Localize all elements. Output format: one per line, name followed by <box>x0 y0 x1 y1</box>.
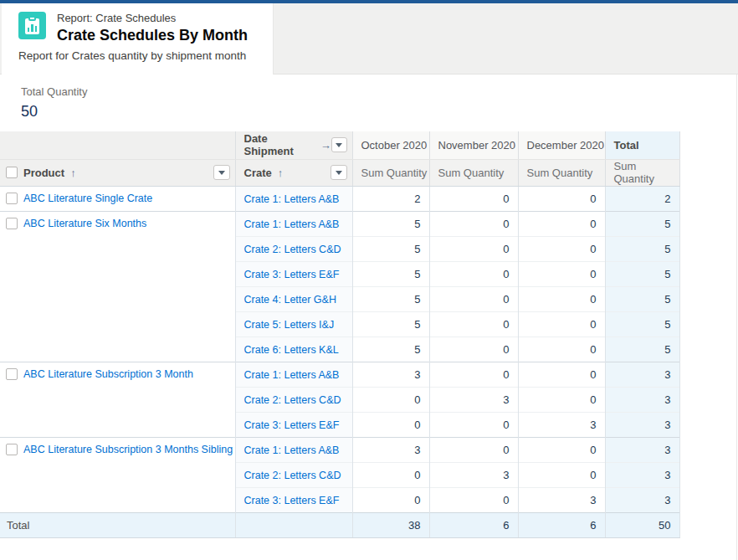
quantity-cell: 0 <box>429 236 518 261</box>
crate-link[interactable]: Crate 2: Letters C&D <box>244 244 341 255</box>
quantity-cell: 0 <box>352 487 429 512</box>
row-total-cell: 3 <box>605 362 679 387</box>
total-column-header: Total <box>605 131 679 159</box>
report-table: Date Shipment → October 2020 November 20… <box>0 131 680 538</box>
quantity-cell: 3 <box>352 362 429 387</box>
table-row: ABC Literature Subscription 3 MonthCrate… <box>0 362 679 387</box>
crate-cell: Crate 1: Letters A&B <box>235 186 352 211</box>
row-total-cell: 5 <box>605 211 679 236</box>
crate-cell: Crate 3: Letters E&F <box>235 487 352 512</box>
quantity-cell: 0 <box>518 286 605 311</box>
quantity-cell: 3 <box>429 462 518 487</box>
row-checkbox[interactable] <box>6 193 18 204</box>
aggregate-header: Sum Quantity <box>352 159 429 186</box>
quantity-cell: 0 <box>429 412 518 437</box>
quantity-cell: 0 <box>518 387 605 412</box>
crate-link[interactable]: Crate 1: Letters A&B <box>244 218 340 230</box>
chevron-down-icon <box>218 171 225 175</box>
quantity-cell: 0 <box>429 487 518 512</box>
crate-cell: Crate 6: Letters K&L <box>235 337 352 362</box>
product-link[interactable]: ABC Literature Subscription 3 Month <box>23 368 193 380</box>
crate-link[interactable]: Crate 3: Letters E&F <box>244 495 340 506</box>
crate-link[interactable]: Crate 1: Letters A&B <box>244 444 340 456</box>
aggregate-header: Sum Quantity <box>518 159 605 186</box>
product-link[interactable]: ABC Literature Single Crate <box>23 193 152 204</box>
quantity-cell: 0 <box>352 412 429 437</box>
row-total-cell: 3 <box>605 437 679 462</box>
crate-link[interactable]: Crate 5: Letters I&J <box>244 319 335 331</box>
crate-cell: Crate 3: Letters E&F <box>235 261 352 286</box>
crate-link[interactable]: Crate 2: Letters C&D <box>244 394 341 406</box>
crate-link[interactable]: Crate 2: Letters C&D <box>244 470 341 481</box>
quantity-cell: 0 <box>518 236 605 261</box>
row-total-cell: 3 <box>605 412 679 437</box>
report-icon-clip <box>28 16 36 21</box>
crate-link[interactable]: Crate 3: Letters E&F <box>244 269 340 280</box>
quantity-cell: 0 <box>518 311 605 337</box>
summary-band: Total Quantity 50 <box>0 74 738 131</box>
crate-link[interactable]: Crate 3: Letters E&F <box>244 419 340 431</box>
quantity-cell: 0 <box>518 462 605 487</box>
product-row-header: ABC Literature Six Months <box>0 212 235 236</box>
grand-total-spacer <box>235 512 352 537</box>
corner-cell <box>0 131 235 159</box>
month-column-header: October 2020 <box>352 131 429 159</box>
crate-link[interactable]: Crate 4: Letter G&H <box>244 294 336 306</box>
quantity-cell: 0 <box>518 261 605 286</box>
chevron-down-icon <box>336 171 342 175</box>
product-link[interactable]: ABC Literature Subscription 3 Months Sib… <box>23 444 233 455</box>
report-icon <box>18 12 46 39</box>
crate-cell: Crate 5: Letters I&J <box>235 311 352 337</box>
product-row-header: ABC Literature Subscription 3 Months Sib… <box>0 438 235 462</box>
crate-cell: Crate 1: Letters A&B <box>235 437 352 462</box>
crate-link[interactable]: Crate 1: Letters A&B <box>244 193 340 205</box>
row-total-cell: 3 <box>605 462 679 487</box>
row-total-cell: 3 <box>605 387 679 412</box>
select-all-checkbox[interactable] <box>6 167 18 178</box>
crate-menu-button[interactable] <box>331 165 347 180</box>
crate-header: Crate ↑ <box>235 159 352 186</box>
quantity-cell: 5 <box>352 337 429 362</box>
quantity-cell: 0 <box>429 261 518 286</box>
crate-link[interactable]: Crate 6: Letters K&L <box>244 344 339 356</box>
month-column-header: December 2020 <box>518 131 605 159</box>
date-shipment-menu-button[interactable] <box>331 137 347 152</box>
product-row-header: ABC Literature Single Crate <box>0 187 235 211</box>
product-header: Product ↑ <box>0 159 235 186</box>
sort-asc-icon: ↑ <box>278 167 284 179</box>
crate-link[interactable]: Crate 1: Letters A&B <box>244 369 340 381</box>
sort-asc-icon: ↑ <box>70 167 76 179</box>
page-title: Crate Schedules By Month <box>57 26 248 44</box>
crate-cell: Crate 2: Letters C&D <box>235 236 352 261</box>
quantity-cell: 0 <box>429 211 518 236</box>
quantity-cell: 0 <box>429 337 518 362</box>
month-column-header: November 2020 <box>429 131 518 159</box>
quantity-cell: 3 <box>352 437 429 462</box>
quantity-cell: 5 <box>352 236 429 261</box>
grand-total-cell: 38 <box>352 512 429 537</box>
product-group-cell: ABC Literature Six Months <box>0 211 235 362</box>
quantity-cell: 0 <box>518 437 605 462</box>
report-header-card: Report: Crate Schedules Crate Schedules … <box>2 3 274 74</box>
report-kicker: Report: Crate Schedules <box>57 12 248 25</box>
product-label: Product <box>23 167 64 179</box>
row-checkbox[interactable] <box>6 444 18 455</box>
quantity-cell: 2 <box>352 186 429 211</box>
quantity-cell: 0 <box>429 186 518 211</box>
report-header-band: Report: Crate Schedules Crate Schedules … <box>0 3 738 74</box>
row-checkbox[interactable] <box>6 218 18 229</box>
column-group-header-row: Date Shipment → October 2020 November 20… <box>0 131 679 159</box>
grand-total-cell: 6 <box>518 512 605 537</box>
crate-cell: Crate 2: Letters C&D <box>235 462 352 487</box>
quantity-cell: 5 <box>352 211 429 236</box>
product-row-header: ABC Literature Subscription 3 Month <box>0 362 235 387</box>
row-total-cell: 5 <box>605 261 679 286</box>
quantity-cell: 0 <box>429 437 518 462</box>
product-link[interactable]: ABC Literature Six Months <box>23 218 146 229</box>
crate-cell: Crate 4: Letter G&H <box>235 286 352 311</box>
aggregate-header: Sum Quantity <box>605 159 679 186</box>
row-total-cell: 5 <box>605 337 679 362</box>
row-total-cell: 2 <box>605 186 679 211</box>
row-checkbox[interactable] <box>6 368 18 380</box>
product-menu-button[interactable] <box>213 165 230 180</box>
